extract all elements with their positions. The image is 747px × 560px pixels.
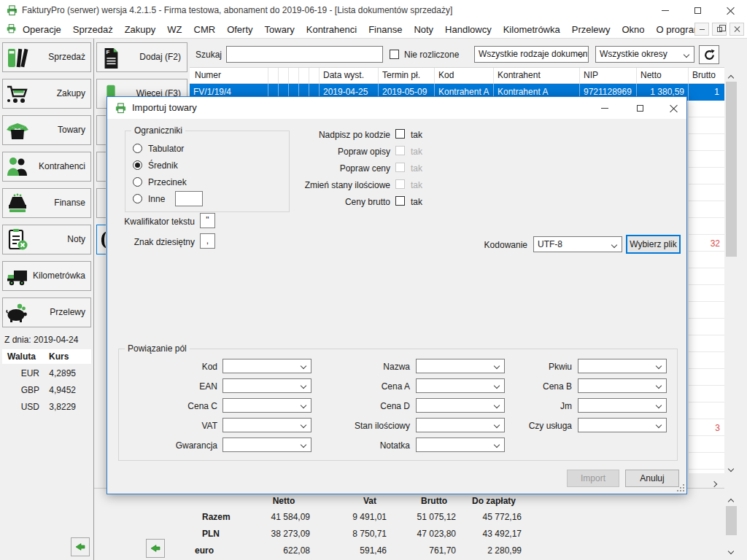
action-button-partial[interactable] [96,188,106,218]
mdi-minimize-button[interactable] [694,23,709,36]
resize-grip[interactable] [677,484,685,492]
column-header-empty[interactable] [268,68,279,83]
scroll-up-arrow[interactable] [729,72,733,82]
sidebar-button-kontrahenci[interactable]: Kontrahenci [2,152,91,182]
dialog-maximize-button[interactable] [623,97,657,119]
scroll-down-arrow[interactable] [729,545,733,556]
refresh-button[interactable] [699,45,719,64]
scrollbar-thumb[interactable] [726,82,737,257]
action-button-partial[interactable] [96,152,106,182]
map-cena-d-dropdown[interactable] [416,398,505,413]
currency-toggle-button[interactable] [146,539,165,558]
mdi-close-button[interactable] [729,23,744,36]
menu-kontrahenci[interactable]: Kontrahenci [301,20,363,39]
summary-header-do-zaplaty: Do zapłaty [465,496,523,506]
column-header-empty[interactable] [299,68,309,83]
doc-type-dropdown[interactable]: Wszystkie rodzaje dokumentó [474,46,589,63]
import-goods-dialog: Importuj towary Ograniczniki Tabulator Ś… [107,96,687,494]
map-kod-dropdown[interactable] [222,359,311,373]
menu-sprzedaz[interactable]: Sprzedaż [67,20,119,39]
action-button-partial-focused[interactable] [96,225,106,254]
sidebar-button-finanse[interactable]: Finanse [2,188,91,218]
mdi-restore-button[interactable] [712,23,727,36]
window-maximize-button[interactable] [681,0,714,20]
radio-przecinek[interactable] [133,177,142,187]
menu-operacje[interactable]: Operacje [17,20,67,39]
scroll-up-arrow[interactable] [729,496,733,506]
text-qualifier-input[interactable]: " [200,213,215,228]
chevron-down-icon [684,52,689,58]
sidebar-collapse-button[interactable] [71,537,90,556]
action-button-partial[interactable] [96,115,106,145]
sidebar-button-przelewy[interactable]: Przelewy [2,298,91,327]
period-dropdown[interactable]: Wszystkie okresy [595,46,694,63]
menu-zakupy[interactable]: Zakupy [119,20,162,39]
search-input[interactable] [226,46,383,63]
menu-wz[interactable]: WZ [161,20,187,39]
scroll-right-arrow[interactable] [712,478,716,489]
chevron-down-icon [301,363,306,369]
column-header-empty[interactable] [289,68,299,83]
sidebar-button-kilometrowka[interactable]: Kilometrówka [2,261,91,291]
gross-prices-checkbox[interactable] [395,196,405,206]
map-ean-label: EAN [126,381,217,392]
menu-kilometrowka[interactable]: Kilometrówka [498,20,566,39]
menu-handlowcy[interactable]: Handlowcy [439,20,498,39]
map-notatka-dropdown[interactable] [416,438,505,452]
decimal-separator-input[interactable]: , [200,233,215,249]
menu-oferty[interactable]: Oferty [221,20,258,39]
map-vat-label: VAT [126,421,217,431]
radio-tabulator[interactable] [133,144,142,153]
rates-col-rate: Kurs [49,351,78,362]
column-header-empty[interactable] [309,68,320,83]
column-header-kontrahent[interactable]: Kontrahent [494,68,580,83]
map-cena-a-dropdown[interactable] [416,378,505,393]
sidebar-button-sprzedaz[interactable]: Sprzedaż [2,42,91,72]
column-header-data-wyst[interactable]: Data wyst. [320,68,379,83]
map-gwarancja-dropdown[interactable] [222,438,311,452]
menu-finanse[interactable]: Finanse [363,20,408,39]
map-jm-dropdown[interactable] [578,398,667,413]
scroll-down-arrow[interactable] [729,463,733,473]
column-header-kod[interactable]: Kod [435,68,494,83]
other-delimiter-input[interactable] [175,191,203,206]
window-minimize-button[interactable] [649,0,681,20]
encoding-dropdown[interactable]: UTF-8 [533,236,622,252]
map-ean-dropdown[interactable] [222,378,311,393]
radio-inne[interactable] [133,194,142,203]
fix-descriptions-checkbox [395,146,405,155]
map-stan-dropdown[interactable] [416,418,505,432]
window-close-button[interactable] [714,0,747,20]
map-cena-b-dropdown[interactable] [578,378,667,393]
column-header-termin[interactable]: Termin pł. [379,68,435,83]
overwrite-by-code-checkbox[interactable] [395,129,405,139]
cancel-button[interactable]: Anuluj [625,470,679,487]
column-header-brutto[interactable]: Brutto [689,68,724,83]
menu-przelewy[interactable]: Przelewy [566,20,616,39]
menu-towary[interactable]: Towary [259,20,301,39]
open-box-icon [5,119,30,142]
dialog-minimize-button[interactable] [588,97,622,119]
radio-srednik[interactable] [133,160,142,170]
map-cena-c-dropdown[interactable] [222,398,311,413]
choose-file-button[interactable]: Wybierz plik [626,235,681,254]
column-header-netto[interactable]: Netto [637,68,689,83]
dialog-close-button[interactable] [657,97,690,119]
column-header-nip[interactable]: NIP [580,68,637,83]
map-nazwa-dropdown[interactable] [416,359,505,373]
unsettled-checkbox[interactable] [390,50,399,59]
column-header-empty[interactable] [279,68,289,83]
menu-noty[interactable]: Noty [408,20,439,39]
menu-okno[interactable]: Okno [616,20,650,39]
sidebar-button-zakupy[interactable]: Zakupy [2,79,91,109]
scrollbar-thumb[interactable] [726,506,737,535]
sidebar-button-towary[interactable]: Towary [2,115,91,145]
sidebar-button-noty[interactable]: Noty [2,225,91,254]
add-document-button[interactable]: F Dodaj (F2) [96,42,187,72]
column-header-numer[interactable]: Numer [191,68,268,83]
map-czy-usluga-dropdown[interactable] [578,418,667,432]
menu-cmr[interactable]: CMR [188,20,222,39]
map-pkwiu-dropdown[interactable] [578,359,667,373]
rates-date-label: Z dnia: [4,335,31,345]
map-vat-dropdown[interactable] [222,418,311,432]
